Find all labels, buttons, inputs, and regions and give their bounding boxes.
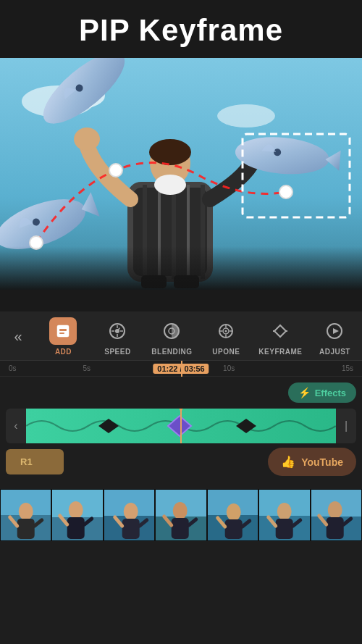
adjust-icon [326,322,343,340]
svg-rect-93 [326,517,343,539]
blending-icon-wrap [158,317,185,345]
youtube-thumb-icon: 👍 [281,455,295,469]
adjust-icon-wrap [321,317,348,345]
svg-point-92 [327,501,342,519]
track-content [26,409,336,443]
keyframe-label: KEYFRAME [258,348,302,356]
add-label: ADD [55,348,72,356]
r1-track[interactable]: R1 [6,449,64,474]
film-frame-6 [258,489,310,541]
keyframe-icon [272,322,289,340]
film-frame-3 [104,489,155,541]
svg-point-56 [19,503,33,520]
toolbar-item-speed[interactable]: SPEED [96,317,139,356]
speed-icon-wrap [104,317,131,345]
film-frame-2 [51,489,103,541]
ruler-start: 0s [9,364,17,372]
filmstrip [0,489,362,541]
youtube-track[interactable]: 👍 YouTube [268,448,356,476]
svg-point-86 [277,503,292,520]
toolbar-item-blending[interactable]: BLENDING [150,317,193,356]
film-frame-4 [155,489,206,541]
svg-point-62 [69,501,83,519]
upone-icon [217,322,235,340]
toolbar: « ADD [0,311,362,361]
svg-point-41 [225,330,227,333]
svg-rect-63 [67,517,85,539]
film-frame-5 [207,489,258,541]
upone-label: UPONE [212,348,240,356]
track-playhead [180,409,182,443]
track-right-handle[interactable]: | [336,409,356,443]
toolbar-items: ADD SPEED [36,317,362,356]
track-left-handle[interactable]: ‹ [6,409,26,443]
speed-icon [109,322,126,340]
svg-rect-57 [17,519,35,539]
svg-rect-75 [172,518,189,539]
svg-marker-52 [168,416,191,436]
svg-marker-53 [236,419,256,433]
svg-rect-87 [276,519,293,539]
secondary-tracks: R1 👍 YouTube [6,448,356,476]
film-frame-7 [311,489,362,541]
effects-label: Effects [315,388,346,398]
add-icon [55,323,71,339]
svg-marker-46 [274,325,286,337]
youtube-label: YouTube [301,456,343,468]
blending-label: BLENDING [151,348,192,356]
back-button[interactable]: « [0,328,36,345]
svg-marker-51 [98,419,119,433]
ruler-10s: 10s [223,364,235,372]
svg-marker-50 [333,328,339,334]
svg-rect-69 [122,519,140,539]
preview-gradient-overlay [0,246,362,290]
blending-icon [163,322,180,340]
svg-point-80 [226,503,240,521]
film-frame-1 [0,489,51,541]
keyframe-icon-wrap [266,317,294,345]
ruler-5s: 5s [83,364,90,372]
r1-label: R1 [20,456,33,467]
bottom-panel: « ADD [0,311,362,644]
ruler-end: 15s [342,364,353,372]
svg-point-68 [124,503,138,520]
upone-icon-wrap [212,317,240,345]
toolbar-item-add[interactable]: ADD [41,317,85,356]
video-preview [0,58,362,319]
timeline-area: ⚡ Effects ‹ [0,377,362,485]
adjust-label: ADJUST [319,348,350,356]
preview-canvas [0,58,362,290]
svg-point-74 [173,502,188,519]
effects-icon: ⚡ [298,387,311,398]
toolbar-item-adjust[interactable]: ADJUST [313,317,356,356]
effects-button[interactable]: ⚡ Effects [288,382,356,403]
page-title: PIP Keyframe [14,13,348,48]
back-icon: « [14,328,22,345]
toolbar-item-keyframe[interactable]: KEYFRAME [258,317,302,356]
add-icon-wrap [49,317,77,345]
svg-rect-81 [224,519,242,539]
toolbar-item-upone[interactable]: UPONE [204,317,248,356]
speed-label: SPEED [104,348,130,356]
app-header: PIP Keyframe [0,0,362,58]
svg-rect-33 [59,333,64,334]
main-track[interactable]: ‹ | [6,409,356,443]
svg-rect-32 [59,329,67,331]
timeline-ruler: 0s 5s 01:22 / 03:56 10s 15s [0,361,362,377]
playhead-line [181,361,182,377]
